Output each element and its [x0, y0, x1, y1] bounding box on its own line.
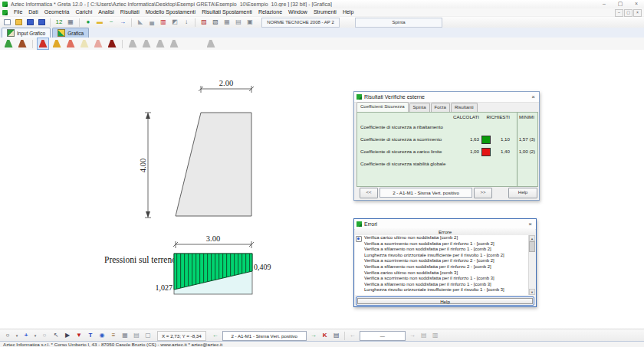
anteprima-icon[interactable]: ▤	[131, 330, 142, 341]
menu-analisi[interactable]: Analisi	[95, 8, 117, 16]
nav-back-gray-icon[interactable]: ←	[347, 330, 358, 341]
wall-gray-5-icon[interactable]	[205, 38, 217, 50]
results-dialog-titlebar[interactable]: Risultati Verifiche esterne ×	[354, 92, 539, 103]
results-tab-coefficienti-sicurezza[interactable]: Coefficienti Sicurezza	[356, 102, 409, 112]
scroll-down-icon[interactable]: ▼	[529, 289, 535, 295]
wall-pink-icon[interactable]	[92, 38, 104, 50]
previous-combination-button[interactable]: <<	[360, 188, 378, 198]
menu-geometria[interactable]: Geometria	[41, 8, 73, 16]
menu-risultati-spostamenti[interactable]: Risultati Spostamenti	[199, 8, 255, 16]
finestre-icon[interactable]: ▤	[331, 330, 342, 341]
error-list-item[interactable]: Verifica a sfilamento non soddisfatta pe…	[355, 247, 529, 253]
menu-risultati[interactable]: Risultati	[117, 8, 143, 16]
menu-dati[interactable]: Dati	[25, 8, 41, 16]
wall-green-icon[interactable]	[2, 38, 15, 50]
grafico-k-icon[interactable]: K	[320, 330, 330, 341]
griglia-small-icon[interactable]: ▦	[120, 330, 130, 341]
norme-tecniche-selector[interactable]: NORME TECNICHE 2008 - AP 2	[261, 18, 340, 28]
minimize-icon[interactable]: –	[600, 0, 609, 8]
wall-multi-icon[interactable]	[51, 38, 63, 50]
griglia-icon[interactable]: ▦	[222, 17, 232, 28]
wall-striped-icon[interactable]	[64, 38, 77, 50]
menu-file[interactable]: File	[11, 8, 25, 16]
snap-icon[interactable]: ↖	[51, 330, 61, 341]
menu-window[interactable]: Window	[285, 8, 310, 16]
combo-back-icon[interactable]: ←	[210, 330, 221, 341]
maximize-icon[interactable]: ▢	[616, 0, 625, 8]
menu-relazione[interactable]: Relazione	[255, 8, 285, 16]
results-close-icon[interactable]: ×	[527, 93, 539, 102]
results-tab-spinta[interactable]: Spinta	[409, 103, 430, 112]
mdi-restore-icon[interactable]: ▢	[624, 9, 632, 17]
drawing-canvas[interactable]: 2.00 4.00 3.00 Pressioni sul terreno	[0, 50, 644, 329]
close-icon[interactable]: ×	[632, 0, 641, 8]
stampa-icon[interactable]: ▢	[143, 330, 153, 341]
pan-icon[interactable]: +	[21, 330, 31, 341]
wall-gray-2-icon[interactable]	[140, 38, 153, 50]
tab-grafica[interactable]: Grafica	[52, 28, 89, 38]
menu-strumenti[interactable]: Strumenti	[310, 8, 340, 16]
menu-carichi[interactable]: Carichi	[72, 8, 95, 16]
error-list-item[interactable]: Lunghezza risvolto orizzontale insuffici…	[355, 287, 529, 293]
tabella-icon[interactable]: ▦	[65, 17, 76, 28]
spinta-view-icon[interactable]: ▼	[74, 330, 84, 341]
open-file-icon[interactable]	[13, 17, 24, 28]
wall-gray-1-icon[interactable]	[127, 38, 139, 50]
select-icon[interactable]: ▶	[62, 330, 73, 341]
error-list-item[interactable]: Verifica a scorrimento non soddisfatta p…	[355, 241, 529, 247]
combination-selector[interactable]: 2 - A1-M1 - Sisma Vert. positivo	[380, 188, 472, 198]
phase-selector[interactable]: —	[360, 331, 406, 341]
materiali-icon[interactable]: ●	[83, 17, 94, 28]
error-list-item[interactable]: Verifica a scorrimento non soddisfatta p…	[355, 276, 529, 282]
results-help-button[interactable]: Help	[508, 188, 537, 198]
save-as-icon[interactable]	[36, 17, 47, 28]
mdi-close-icon[interactable]: ×	[633, 9, 642, 17]
wall-cream-icon[interactable]	[78, 38, 90, 50]
menu-modello-spostamenti[interactable]: Modello Spostamenti	[143, 8, 199, 16]
error-list-item[interactable]: Verifica a sfilamento non soddisfatta pe…	[355, 282, 529, 288]
wall-brown-icon[interactable]	[16, 38, 28, 50]
righello-icon[interactable]: ≡	[108, 330, 119, 341]
muro-icon[interactable]: ◣	[135, 17, 146, 28]
relazione-icon[interactable]: ▣	[245, 17, 255, 28]
sezione-icon[interactable]: ◩	[169, 17, 180, 28]
nav-forward-gray-icon[interactable]: →	[407, 330, 418, 341]
pan-menu-icon[interactable]: ▾	[32, 330, 38, 341]
save-icon[interactable]	[25, 17, 35, 28]
error-list-item[interactable]: Lunghezza risvolto orizzontale insuffici…	[355, 253, 529, 259]
spinta-selector[interactable]: Spinta	[355, 18, 442, 28]
mdi-minimize-icon[interactable]: –	[615, 9, 623, 17]
dati-numerici-icon[interactable]: 12	[54, 17, 64, 28]
carichi-icon[interactable]: ↓	[181, 17, 192, 28]
misure-icon[interactable]: ▤	[233, 17, 244, 28]
errors-help-button[interactable]: Help	[357, 298, 533, 304]
bottom-combination-selector[interactable]: 2 - A1-M1 - Sisma Vert. positivo	[222, 331, 307, 341]
error-list-item[interactable]: Verifica a sfilamento non soddisfatta pe…	[355, 264, 529, 270]
refresh-icon[interactable]: ○	[39, 330, 50, 341]
diagrammi-icon[interactable]: ▧	[210, 17, 221, 28]
scrollbar-thumb[interactable]	[529, 241, 535, 252]
error-list-item[interactable]: Verifica carico ultimo non soddisfatta […	[355, 235, 529, 241]
armature-icon[interactable]: ▥	[158, 17, 169, 28]
doc-gray-icon[interactable]: ▤	[419, 330, 429, 341]
scroll-up-icon[interactable]: ▲	[529, 235, 535, 241]
errors-scrollbar[interactable]: ▲ ▼	[528, 235, 535, 295]
verifiche-icon[interactable]: ▨	[199, 17, 209, 28]
testo-icon[interactable]: T	[85, 330, 96, 341]
spinta-arrow-icon[interactable]: →	[117, 17, 128, 28]
next-combination-button[interactable]: >>	[474, 188, 492, 198]
menu-help[interactable]: Help	[340, 8, 356, 16]
export-gray-icon[interactable]: ▥	[430, 330, 441, 341]
error-list-item[interactable]: Verifica a scorrimento non soddisfatta p…	[355, 258, 529, 264]
profilo-icon[interactable]: ~	[106, 17, 117, 28]
errors-close-icon[interactable]: ×	[524, 220, 536, 229]
tab-input-grafico[interactable]: Input Grafico	[2, 28, 51, 38]
combo-forward-icon[interactable]: →	[308, 330, 319, 341]
error-list-item[interactable]: Verifica carico ultimo non soddisfatta […	[355, 270, 529, 277]
info-icon[interactable]: ◉	[97, 330, 107, 341]
stratigrafia-icon[interactable]: ▬	[94, 17, 105, 28]
wall-darkred-icon[interactable]	[106, 38, 118, 50]
results-tab-risultanti[interactable]: Risultanti	[451, 103, 478, 112]
results-tab-forza[interactable]: Forza	[431, 103, 450, 112]
wall-gray-3-icon[interactable]	[154, 38, 166, 50]
